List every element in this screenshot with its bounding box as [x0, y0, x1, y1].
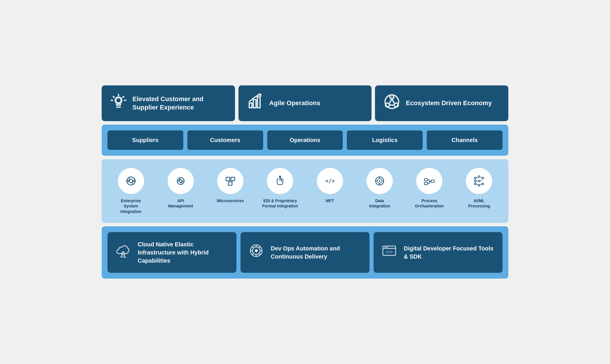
- svg-point-41: [379, 180, 380, 182]
- api-management-icon: [168, 168, 194, 194]
- top-card-elevated-customer: Elevated Customer and Supplier Experienc…: [102, 85, 235, 121]
- enterprise-system-label: EnterpriseSystemIntegration: [120, 198, 141, 214]
- api-management-label: APIManagement: [168, 198, 193, 209]
- svg-text:$: $: [391, 96, 393, 99]
- process-orchestration-icon: [416, 168, 442, 194]
- bottom-card-devops: Dev Ops Automation and Continuous Delive…: [241, 232, 369, 273]
- integration-mft: </> MFT: [306, 168, 353, 203]
- bottom-card-devops-text: Dev Ops Automation and Continuous Delive…: [271, 244, 363, 261]
- svg-text:</>: </>: [325, 178, 335, 184]
- svg-line-66: [480, 180, 482, 181]
- svg-rect-26: [127, 180, 128, 182]
- integration-process-orchestration: ProcessOrchasteration: [406, 168, 453, 209]
- mft-label: MFT: [326, 198, 334, 203]
- svg-rect-13: [249, 103, 252, 108]
- svg-line-81: [252, 254, 254, 255]
- main-container: Elevated Customer and Supplier Experienc…: [102, 85, 508, 279]
- domain-customers: Customers: [187, 130, 263, 150]
- svg-rect-33: [231, 177, 235, 181]
- svg-marker-30: [183, 180, 184, 182]
- svg-line-78: [252, 247, 254, 248]
- svg-line-79: [259, 254, 260, 255]
- integration-microservices: Microservices: [207, 168, 254, 203]
- domain-logistics: Logistics: [347, 130, 423, 150]
- svg-rect-34: [228, 182, 232, 185]
- top-card-elevated-customer-text: Elevated Customer and Supplier Experienc…: [132, 95, 226, 112]
- microservices-label: Microservices: [217, 198, 244, 203]
- bar-chart-icon: [247, 94, 263, 113]
- microservices-icon: [217, 168, 243, 194]
- svg-text:</>: </>: [386, 250, 393, 254]
- svg-point-55: [474, 180, 476, 182]
- data-integration-icon: [367, 168, 393, 194]
- svg-point-61: [482, 183, 484, 185]
- bottom-card-cloud-native-text: Cloud Native Elastic Infrastructure with…: [138, 240, 229, 265]
- svg-line-10: [123, 97, 123, 97]
- svg-rect-14: [253, 100, 256, 108]
- digital-developer-icon: </>: [381, 242, 398, 263]
- svg-line-20: [389, 99, 392, 104]
- domain-operations: Operations: [267, 130, 343, 150]
- bottom-card-digital-developer-text: Digital Developer Focused Tools & SDK: [404, 244, 496, 261]
- svg-rect-15: [257, 97, 260, 108]
- svg-line-65: [480, 177, 482, 178]
- top-row: Elevated Customer and Supplier Experienc…: [102, 85, 508, 121]
- svg-line-67: [480, 184, 482, 185]
- integration-ai-ml: AI/MLProcessing: [456, 168, 503, 209]
- svg-point-73: [255, 250, 257, 252]
- svg-point-54: [474, 177, 476, 179]
- integration-data: DataIntegration: [356, 168, 403, 209]
- svg-rect-32: [226, 177, 230, 181]
- data-integration-label: DataIntegration: [369, 198, 390, 209]
- integration-edi: EDI & ProprietaryFormat Integration: [257, 168, 304, 209]
- svg-point-57: [478, 176, 480, 177]
- svg-line-9: [114, 97, 114, 97]
- enterprise-system-icon: [118, 168, 144, 194]
- svg-point-56: [474, 183, 476, 185]
- svg-line-64: [476, 184, 478, 185]
- svg-line-35: [230, 181, 230, 182]
- lightbulb-icon: [110, 94, 127, 113]
- ai-ml-icon: [466, 168, 492, 194]
- top-card-ecosystem-driven: $ Ecosystem Driven Economy: [375, 85, 508, 121]
- bottom-card-digital-developer: </> Digital Developer Focused Tools & SD…: [374, 232, 503, 273]
- edi-label: EDI & ProprietaryFormat Integration: [262, 198, 298, 209]
- svg-point-7: [116, 98, 121, 103]
- domain-channels: Channels: [427, 130, 503, 150]
- cloud-native-icon: [114, 242, 132, 263]
- bottom-row: Cloud Native Elastic Infrastructure with…: [102, 226, 508, 279]
- edi-icon: [267, 168, 293, 194]
- top-card-agile-operations: Agile Operations: [238, 85, 372, 121]
- svg-line-21: [392, 99, 394, 104]
- svg-rect-46: [424, 179, 428, 181]
- svg-rect-47: [424, 182, 428, 185]
- bottom-card-cloud-native: Cloud Native Elastic Infrastructure with…: [107, 232, 236, 273]
- svg-rect-31: [180, 180, 182, 182]
- mft-icon: </>: [317, 168, 343, 194]
- ecosystem-icon: $: [384, 94, 400, 113]
- svg-point-60: [482, 177, 484, 179]
- svg-line-62: [476, 177, 478, 178]
- integration-api-management: APIManagement: [157, 168, 204, 209]
- integration-row: EnterpriseSystemIntegration APIManagemen…: [102, 159, 508, 223]
- process-orchestration-label: ProcessOrchasteration: [415, 198, 444, 209]
- svg-marker-29: [178, 180, 179, 182]
- top-card-agile-operations-text: Agile Operations: [269, 99, 320, 107]
- svg-point-58: [478, 180, 480, 182]
- svg-line-80: [259, 247, 260, 248]
- domain-suppliers: Suppliers: [107, 130, 183, 150]
- top-card-ecosystem-driven-text: Ecosystem Driven Economy: [406, 99, 492, 107]
- devops-icon: [247, 242, 265, 263]
- ai-ml-label: AI/MLProcessing: [468, 198, 490, 209]
- svg-rect-27: [134, 180, 135, 182]
- domains-row: Suppliers Customers Operations Logistics…: [102, 125, 508, 156]
- svg-point-59: [478, 184, 480, 186]
- integration-enterprise-system: EnterpriseSystemIntegration: [107, 168, 154, 214]
